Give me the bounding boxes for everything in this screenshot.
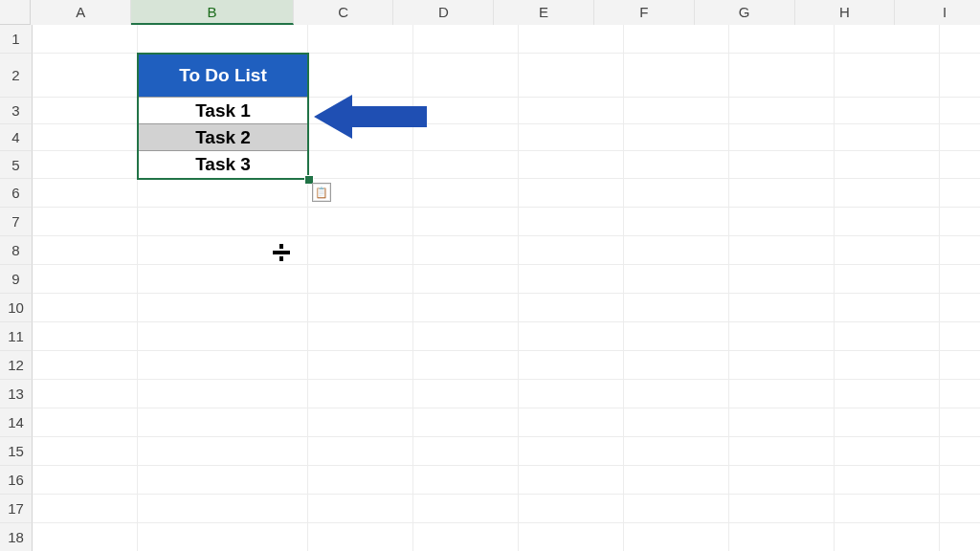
cell-G1[interactable] <box>729 25 835 54</box>
cell-H6[interactable] <box>835 179 940 208</box>
cell-F4[interactable] <box>624 124 729 151</box>
cell-D8[interactable] <box>413 236 519 265</box>
cell-G14[interactable] <box>729 408 835 437</box>
cell-G18[interactable] <box>729 523 835 551</box>
cell-G12[interactable] <box>729 351 835 380</box>
cell-C10[interactable] <box>308 294 413 322</box>
cell-H13[interactable] <box>835 380 940 408</box>
cell-B5[interactable]: Task 3 <box>138 151 308 179</box>
cell-H14[interactable] <box>835 408 940 437</box>
cell-B2[interactable]: To Do List <box>138 54 308 98</box>
cell-G8[interactable] <box>729 236 835 265</box>
cell-I5[interactable] <box>940 151 980 179</box>
cell-E15[interactable] <box>519 437 624 466</box>
cell-C17[interactable] <box>308 495 413 523</box>
cell-D7[interactable] <box>413 208 519 236</box>
cell-G13[interactable] <box>729 380 835 408</box>
cell-A7[interactable] <box>33 208 138 236</box>
row-header-12[interactable]: 12 <box>0 351 33 380</box>
row-header-13[interactable]: 13 <box>0 380 33 408</box>
cell-E1[interactable] <box>519 25 624 54</box>
cell-I4[interactable] <box>940 124 980 151</box>
cell-F1[interactable] <box>624 25 729 54</box>
cell-C13[interactable] <box>308 380 413 408</box>
cell-G7[interactable] <box>729 208 835 236</box>
cell-G9[interactable] <box>729 265 835 294</box>
cell-H15[interactable] <box>835 437 940 466</box>
cell-C11[interactable] <box>308 322 413 351</box>
cell-I11[interactable] <box>940 322 980 351</box>
row-header-6[interactable]: 6 <box>0 179 33 208</box>
cell-H5[interactable] <box>835 151 940 179</box>
cell-B12[interactable] <box>138 351 308 380</box>
cell-I6[interactable] <box>940 179 980 208</box>
row-header-2[interactable]: 2 <box>0 54 33 98</box>
cell-grid[interactable]: To Do ListTask 1Task 2Task 3 <box>33 25 980 551</box>
cell-C7[interactable] <box>308 208 413 236</box>
row-header-17[interactable]: 17 <box>0 495 33 523</box>
cell-A15[interactable] <box>33 437 138 466</box>
cell-E11[interactable] <box>519 322 624 351</box>
cell-E5[interactable] <box>519 151 624 179</box>
cell-I12[interactable] <box>940 351 980 380</box>
cell-F12[interactable] <box>624 351 729 380</box>
column-header-H[interactable]: H <box>795 0 896 25</box>
cell-I1[interactable] <box>940 25 980 54</box>
cell-D2[interactable] <box>413 54 519 98</box>
row-header-18[interactable]: 18 <box>0 523 33 551</box>
cell-G3[interactable] <box>729 98 835 124</box>
cell-A11[interactable] <box>33 322 138 351</box>
row-header-7[interactable]: 7 <box>0 208 33 236</box>
column-header-C[interactable]: C <box>294 0 394 25</box>
row-header-8[interactable]: 8 <box>0 236 33 265</box>
cell-H16[interactable] <box>835 466 940 495</box>
cell-F13[interactable] <box>624 380 729 408</box>
cell-A4[interactable] <box>33 124 138 151</box>
cell-F7[interactable] <box>624 208 729 236</box>
cell-B10[interactable] <box>138 294 308 322</box>
cell-B6[interactable] <box>138 179 308 208</box>
cell-B13[interactable] <box>138 380 308 408</box>
cell-G6[interactable] <box>729 179 835 208</box>
row-header-4[interactable]: 4 <box>0 124 33 151</box>
cell-A16[interactable] <box>33 466 138 495</box>
cell-H4[interactable] <box>835 124 940 151</box>
cell-D3[interactable] <box>413 98 519 124</box>
cell-B9[interactable] <box>138 265 308 294</box>
cell-G15[interactable] <box>729 437 835 466</box>
cell-D10[interactable] <box>413 294 519 322</box>
cell-D12[interactable] <box>413 351 519 380</box>
cell-G17[interactable] <box>729 495 835 523</box>
cell-A2[interactable] <box>33 54 138 98</box>
cell-B14[interactable] <box>138 408 308 437</box>
cell-D6[interactable] <box>413 179 519 208</box>
cell-G10[interactable] <box>729 294 835 322</box>
cell-E17[interactable] <box>519 495 624 523</box>
cell-F17[interactable] <box>624 495 729 523</box>
cell-I13[interactable] <box>940 380 980 408</box>
row-header-3[interactable]: 3 <box>0 98 33 124</box>
cell-B1[interactable] <box>138 25 308 54</box>
cell-F8[interactable] <box>624 236 729 265</box>
cell-G11[interactable] <box>729 322 835 351</box>
cell-B16[interactable] <box>138 466 308 495</box>
cell-F15[interactable] <box>624 437 729 466</box>
row-header-11[interactable]: 11 <box>0 322 33 351</box>
cell-I9[interactable] <box>940 265 980 294</box>
cell-B4[interactable]: Task 2 <box>138 124 308 151</box>
paste-options-button[interactable]: 📋 <box>312 183 331 202</box>
cell-I2[interactable] <box>940 54 980 98</box>
cell-E14[interactable] <box>519 408 624 437</box>
cell-F2[interactable] <box>624 54 729 98</box>
cell-D4[interactable] <box>413 124 519 151</box>
cell-I8[interactable] <box>940 236 980 265</box>
column-header-D[interactable]: D <box>393 0 494 25</box>
cell-C18[interactable] <box>308 523 413 551</box>
cell-A10[interactable] <box>33 294 138 322</box>
cell-H10[interactable] <box>835 294 940 322</box>
cell-A13[interactable] <box>33 380 138 408</box>
cell-D17[interactable] <box>413 495 519 523</box>
cell-I16[interactable] <box>940 466 980 495</box>
cell-C15[interactable] <box>308 437 413 466</box>
cell-H8[interactable] <box>835 236 940 265</box>
